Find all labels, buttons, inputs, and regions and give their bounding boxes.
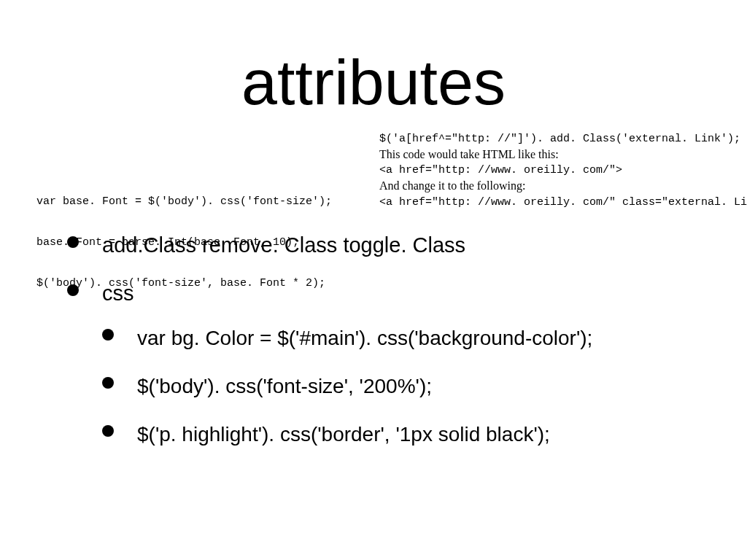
bullet-text: add.Class remove. Class toggle. Class [102, 233, 465, 257]
bullet-text: var bg. Color = $('#main'). css('backgro… [137, 327, 592, 349]
bullet-list: add.Class remove. Class toggle. Class cs… [67, 232, 703, 469]
caption-line: And change it to the following: [379, 178, 747, 194]
caption-line: This code would take HTML like this: [379, 147, 747, 163]
slide: attributes var base. Font = $('body'). c… [0, 0, 747, 560]
sub-bullet-item: $('body'). css('font-size', '200%'); [102, 373, 703, 400]
sub-bullet-item: var bg. Color = $('#main'). css('backgro… [102, 324, 703, 352]
slide-title: attributes [0, 45, 747, 120]
code-line: $('a[href^="http: //"]'). add. Class('ex… [379, 131, 747, 147]
bullet-text: css [102, 281, 134, 305]
code-line: var base. Font = $('body'). css('font-si… [36, 195, 332, 209]
code-line: <a href="http: //www. oreilly. com/"> [379, 163, 747, 178]
sub-bullet-item: $('p. highlight'). css('border', '1px so… [102, 421, 703, 448]
code-snippet-right: $('a[href^="http: //"]'). add. Class('ex… [379, 131, 747, 210]
bullet-text: $('p. highlight'). css('border', '1px so… [137, 423, 550, 446]
bullet-item: add.Class remove. Class toggle. Class [67, 232, 703, 260]
code-line: <a href="http: //www. oreilly. com/" cla… [379, 195, 747, 210]
bullet-item: css var bg. Color = $('#main'). css('bac… [67, 280, 703, 448]
bullet-text: $('body'). css('font-size', '200%'); [137, 375, 432, 397]
